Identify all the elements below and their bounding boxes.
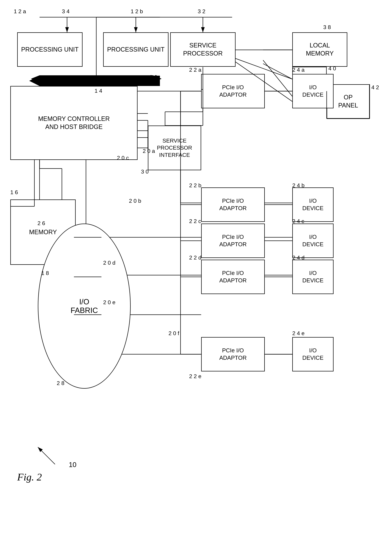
memory-controller-label: MEMORY CONTROLLERAND HOST BRIDGE — [38, 115, 110, 131]
io-fabric-ellipse: I/OFABRIC — [38, 224, 131, 389]
pcie-adaptor-b-label: PCIe I/OADAPTOR — [219, 197, 247, 212]
io-fabric-label: I/OFABRIC — [71, 298, 98, 315]
memory-controller-box: MEMORY CONTROLLERAND HOST BRIDGE — [10, 86, 138, 160]
io-device-b-label: I/ODEVICE — [303, 197, 324, 212]
ref-42-label: 4 2 — [371, 84, 379, 91]
op-panel-label: OPPANEL — [338, 93, 358, 110]
ref-34-label: 3 4 — [62, 8, 70, 15]
ref-10-label: 10 — [69, 461, 76, 469]
figure-label: Fig. 2 — [17, 471, 42, 483]
ref-24a-label: 2 4 a — [292, 67, 304, 73]
ref-22d-label: 2 2 d — [189, 255, 201, 261]
processing-unit-a-box: PROCESSING UNIT — [17, 32, 83, 67]
svg-line-15 — [263, 60, 292, 96]
ref-14-label: 1 4 — [95, 88, 102, 94]
pcie-adaptor-d-box: PCIe I/OADAPTOR — [201, 260, 265, 294]
local-memory-label: LOCALMEMORY — [306, 42, 334, 58]
processing-unit-b-box: PROCESSING UNIT — [103, 32, 168, 67]
ref-12a-label: 1 2 a — [14, 8, 26, 15]
svg-marker-8 — [29, 76, 40, 86]
ref-16-label: 1 6 — [10, 189, 18, 196]
memory-label: MEMORY — [29, 228, 57, 236]
svg-line-16 — [263, 64, 292, 79]
io-device-e-box: I/ODEVICE — [292, 337, 334, 371]
ref-32-label: 3 2 — [198, 8, 205, 15]
pcie-adaptor-b-box: PCIe I/OADAPTOR — [201, 187, 265, 222]
ref-22e-label: 2 2 e — [189, 373, 201, 379]
pcie-adaptor-e-box: PCIe I/OADAPTOR — [201, 337, 265, 371]
service-processor-interface-box: SERVICEPROCESSORINTERFACE — [148, 126, 201, 170]
ref-30-label: 3 0 — [141, 168, 149, 175]
ref-24d-label: 2 4 d — [292, 255, 304, 261]
pcie-adaptor-c-label: PCIe I/OADAPTOR — [219, 233, 247, 248]
local-memory-box: LOCALMEMORY — [292, 32, 347, 67]
io-device-a-box: I/ODEVICE — [292, 74, 334, 108]
pcie-adaptor-c-box: PCIe I/OADAPTOR — [201, 224, 265, 258]
ref-20c-label: 2 0 c — [117, 155, 129, 161]
ref-40-label: 4 0 — [328, 65, 336, 72]
ref-22a-label: 2 2 a — [189, 67, 201, 73]
io-device-d-box: I/ODEVICE — [292, 260, 334, 294]
ref-28-label: 2 8 — [57, 380, 64, 386]
svg-rect-56 — [40, 75, 153, 82]
diagram-container: PROCESSING UNIT PROCESSING UNIT SERVICEP… — [0, 0, 392, 536]
io-device-a-label: I/ODEVICE — [303, 84, 324, 98]
ref-24b-label: 2 4 b — [292, 182, 304, 189]
ref-22b-label: 2 2 b — [189, 182, 201, 189]
ref-12b-label: 1 2 b — [131, 8, 143, 15]
ref-24e-label: 2 4 e — [292, 330, 304, 336]
processing-unit-b-label: PROCESSING UNIT — [107, 46, 164, 54]
pcie-adaptor-a-label: PCIe I/OADAPTOR — [219, 84, 247, 98]
ref-22c-label: 2 2 c — [189, 218, 201, 224]
ref-24c-label: 2 4 c — [292, 218, 304, 224]
pcie-adaptor-d-label: PCIe I/OADAPTOR — [219, 270, 247, 284]
ref-20d-label: 2 0 d — [103, 260, 115, 266]
service-processor-interface-label: SERVICEPROCESSORINTERFACE — [157, 137, 192, 159]
ref-20f-label: 2 0 f — [168, 330, 179, 336]
svg-rect-10 — [40, 76, 160, 86]
ref-20b-label: 2 0 b — [129, 198, 141, 204]
svg-marker-54 — [31, 75, 40, 82]
ref-18-label: 1 8 — [41, 270, 49, 276]
ref-38-label: 3 8 — [323, 24, 331, 30]
io-device-b-box: I/ODEVICE — [292, 187, 334, 222]
io-device-d-label: I/ODEVICE — [303, 270, 324, 284]
pcie-adaptor-e-label: PCIe I/OADAPTOR — [219, 347, 247, 362]
ref-20e-label: 2 0 e — [103, 299, 115, 306]
service-processor-box: SERVICEPROCESSOR — [170, 32, 236, 67]
io-device-c-box: I/ODEVICE — [292, 224, 334, 258]
svg-line-87 — [38, 447, 55, 464]
ref-36-label: 3 6 — [149, 74, 157, 80]
io-device-c-label: I/ODEVICE — [303, 233, 324, 248]
ref-20a-label: 2 0 a — [143, 148, 155, 154]
pcie-adaptor-a-box: PCIe I/OADAPTOR — [201, 74, 265, 108]
service-processor-label: SERVICEPROCESSOR — [183, 42, 223, 58]
io-device-e-label: I/ODEVICE — [303, 347, 324, 362]
ref-26-label: 2 6 — [37, 220, 45, 226]
processing-unit-a-label: PROCESSING UNIT — [21, 46, 79, 54]
